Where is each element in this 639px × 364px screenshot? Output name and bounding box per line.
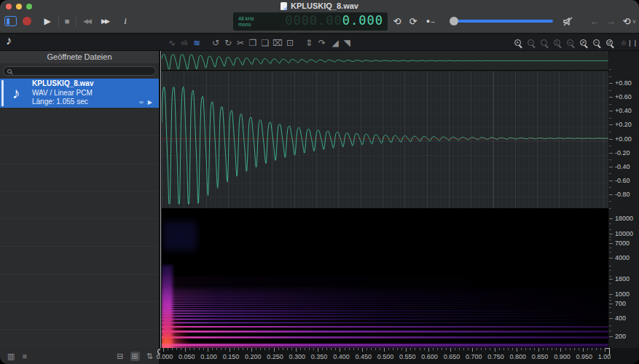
file-list-item[interactable]: ♪KPLUSKIQ_8.wavWAV / Linear PCMLänge: 1.… <box>0 79 159 108</box>
ruler-minor-tick <box>415 348 415 350</box>
copy-button[interactable]: ❐ <box>247 34 259 51</box>
ruler-minor-tick <box>525 348 526 350</box>
ruler-minor-tick <box>247 348 248 350</box>
view-waveform-button[interactable]: ∿ <box>166 34 178 51</box>
axis-tick <box>609 223 611 224</box>
ruler-label: 0.600 <box>421 353 438 360</box>
ruler-minor-tick <box>477 348 477 350</box>
record-button[interactable] <box>23 17 31 25</box>
ruler-minor-tick <box>322 348 323 350</box>
axis-tick <box>609 266 611 266</box>
ruler-minor-tick <box>189 348 190 350</box>
ruler-minor-tick <box>446 348 447 350</box>
play-through-icon[interactable]: ●→ <box>423 13 439 29</box>
crop-button[interactable]: ⊡ <box>284 34 296 51</box>
zoom-in-button[interactable]: + <box>511 34 523 51</box>
snapshot-icon[interactable]: ⊞ <box>130 352 140 361</box>
axis-tick <box>609 132 611 132</box>
info-button[interactable]: i <box>119 13 131 29</box>
playhead-line[interactable] <box>160 51 161 349</box>
time-ruler[interactable]: 0.0000.0500.1000.1500.2000.2500.3000.350… <box>160 348 611 364</box>
loop-icon[interactable]: ⟲ <box>391 13 404 29</box>
repeat-icon[interactable]: ⟳ <box>407 13 420 29</box>
ruler-minor-tick <box>212 348 213 350</box>
ruler-minor-tick <box>547 348 548 350</box>
reverse-button[interactable]: ↷ <box>316 34 328 51</box>
waveform-view[interactable] <box>162 71 608 208</box>
ruler-label: 0.050 <box>179 353 195 360</box>
sort-order-icon[interactable]: ⇅ <box>146 352 153 361</box>
panel-layout-icon[interactable]: ▥ <box>7 352 15 361</box>
zoom-region-button[interactable]: ▪ <box>564 34 576 51</box>
ruler-label: 0.900 <box>554 353 571 360</box>
zoom-out-button[interactable]: − <box>525 34 536 51</box>
channels-button[interactable]: ❘❘❘ <box>630 34 639 51</box>
undo-button[interactable]: ↺ <box>210 34 222 51</box>
ruler-minor-tick <box>530 348 530 350</box>
axis-tick-label: +0.80 <box>615 79 632 87</box>
nav-forward-button[interactable]: → <box>605 13 616 29</box>
axis-tick <box>609 208 611 209</box>
mute-icon[interactable] <box>561 13 574 29</box>
ruler-minor-tick <box>256 348 256 350</box>
fade-out-button[interactable]: ◥ <box>341 34 353 51</box>
axis-tick <box>609 104 611 105</box>
cut-button[interactable]: ✂ <box>235 34 246 51</box>
axis-tick-label: +0.20 <box>615 121 632 128</box>
axis-tick <box>609 118 611 119</box>
waveform-overview[interactable] <box>162 51 608 71</box>
axis-tick <box>609 297 611 298</box>
zoom-previous-button[interactable]: ↺ <box>603 34 615 51</box>
axis-tick-label: -0.60 <box>615 177 630 184</box>
spectrogram-view[interactable] <box>162 208 608 349</box>
delete-button[interactable]: ⌧ <box>272 34 283 51</box>
axis-tick-label: 18000 <box>615 215 633 222</box>
ruler-major-tick <box>230 348 230 352</box>
ruler-minor-tick <box>459 348 460 350</box>
rewind-button[interactable]: ◀◀ <box>79 13 95 29</box>
view-spectrum-button[interactable]: ıılı <box>179 34 190 51</box>
nav-back-button[interactable]: ← <box>589 13 600 29</box>
stop-button[interactable]: ■ <box>61 13 73 29</box>
ruler-minor-tick <box>300 348 301 350</box>
axis-tick <box>609 173 611 174</box>
zoom-out-button-glyph: − <box>528 39 534 46</box>
search-icon <box>7 69 12 74</box>
ruler-label: 0.350 <box>311 353 328 360</box>
search-input[interactable] <box>3 66 156 76</box>
selection-range-icon[interactable]: ⊟ <box>117 352 123 361</box>
ruler-minor-tick <box>556 348 557 350</box>
ruler-label: 0.650 <box>444 353 460 360</box>
axis-tick <box>609 90 611 91</box>
ruler-minor-tick <box>570 348 571 350</box>
ruler-minor-tick <box>305 348 305 350</box>
paste-button[interactable]: ❏ <box>259 34 271 51</box>
volume-slider[interactable] <box>450 20 553 23</box>
zoom-selection-button[interactable]: ↗ <box>577 34 589 51</box>
history-button[interactable]: ⟲∨ <box>621 13 638 29</box>
volume-knob[interactable] <box>450 17 458 25</box>
ruler-major-tick <box>340 348 340 352</box>
zoom-free-button[interactable] <box>538 34 549 51</box>
loop-play-icons[interactable]: ∞ ▶ <box>139 99 154 106</box>
ruler-major-tick <box>208 348 208 352</box>
view-combined-button[interactable]: ≋ <box>191 34 203 51</box>
sidebar-toggle-button[interactable] <box>4 16 17 26</box>
redo-button[interactable]: ↻ <box>222 34 234 51</box>
play-button[interactable]: ▶ <box>41 13 54 29</box>
app-note-icon: ♪ <box>6 34 12 47</box>
axis-tick <box>609 167 613 167</box>
selection-stripe <box>1 80 4 106</box>
file-list: ♪KPLUSKIQ_8.wavWAV / Linear PCMLänge: 1.… <box>0 79 159 348</box>
ruler-major-tick <box>472 348 473 352</box>
zoom-actual-button[interactable]: 1 <box>551 34 562 51</box>
grid-view-icon[interactable]: ■ <box>22 352 27 360</box>
fast-forward-button[interactable]: ▶▶ <box>97 13 113 29</box>
ruler-minor-tick <box>574 348 575 350</box>
chevron-down-icon: ∨ <box>632 18 637 25</box>
axis-tick-label: -0.40 <box>615 163 630 170</box>
ruler-minor-tick <box>264 348 265 350</box>
amplitude-button[interactable]: ⇕ <box>303 34 315 51</box>
zoom-fit-button[interactable]: − <box>590 34 602 51</box>
fade-in-button[interactable]: ◢ <box>329 34 341 51</box>
